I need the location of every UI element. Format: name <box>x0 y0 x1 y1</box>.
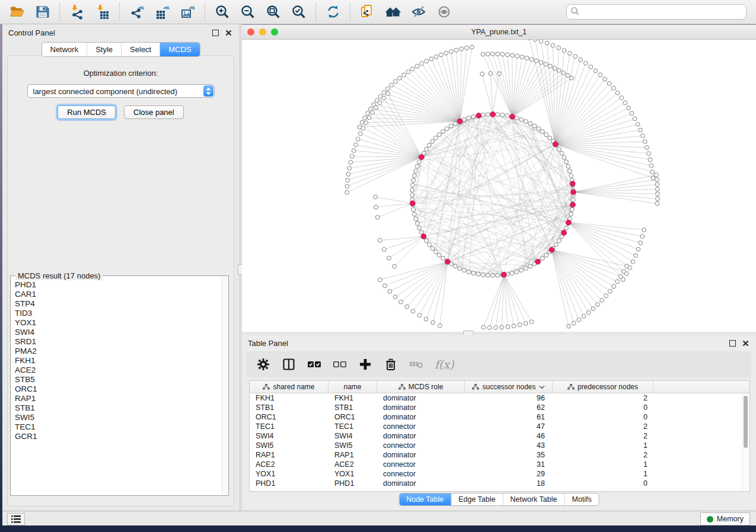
mcds-result-list[interactable]: PHD1CAR1STP4TID3YOX1SWI4SRD1PMA2FKH1ACE2… <box>12 277 222 494</box>
table-row[interactable]: SWI5SWI5connector431 <box>250 441 749 450</box>
mcds-result-item[interactable]: GCR1 <box>12 432 222 441</box>
apply-layout-icon[interactable] <box>325 4 341 20</box>
table-cell: FKH1 <box>250 393 328 403</box>
network-node <box>382 248 386 252</box>
network-node <box>371 110 375 114</box>
table-scrollbar-thumb[interactable] <box>744 396 748 448</box>
network-node <box>491 52 495 56</box>
network-node <box>655 173 659 177</box>
tab-motifs[interactable]: Motifs <box>564 493 598 505</box>
mcds-result-item[interactable]: ACE2 <box>12 366 222 375</box>
close-panel-icon[interactable] <box>224 28 233 37</box>
tab-network-table[interactable]: Network Table <box>503 493 565 505</box>
column-header-predecessor-nodes[interactable]: predecessor nodes <box>553 381 653 393</box>
mcds-result-item[interactable]: SWI4 <box>12 328 222 337</box>
tab-edge-table[interactable]: Edge Table <box>451 493 503 505</box>
network-node <box>656 192 660 196</box>
column-header-mcds-role[interactable]: MCDS role <box>377 381 465 393</box>
mcds-hub-node <box>562 230 567 236</box>
select-all-icon[interactable] <box>307 357 321 371</box>
mcds-result-item[interactable]: STB1 <box>12 403 222 413</box>
import-table-icon[interactable] <box>94 4 110 20</box>
table-cell: 43 <box>465 441 553 450</box>
table-row[interactable]: ACE2ACE2connector311 <box>250 460 749 469</box>
network-window-titlebar[interactable]: YPA_prune.txt_1 <box>242 25 756 40</box>
float-table-panel-icon[interactable] <box>728 338 737 348</box>
table-row[interactable]: RAP1RAP1dominator352 <box>250 450 749 460</box>
close-table-panel-icon[interactable] <box>741 338 750 348</box>
export-table-icon[interactable] <box>154 4 170 20</box>
network-node <box>639 241 643 245</box>
table-row[interactable]: STB1STB1dominator620 <box>250 403 749 412</box>
close-panel-button[interactable]: Close panel <box>124 105 184 119</box>
network-node <box>557 68 561 72</box>
run-mcds-button[interactable]: Run MCDS <box>58 105 116 119</box>
network-node <box>511 53 515 57</box>
mcds-result-item[interactable]: TEC1 <box>12 422 222 432</box>
mcds-result-item[interactable]: RAP1 <box>12 394 222 403</box>
table-row[interactable]: TEC1TEC1connector472 <box>250 422 749 431</box>
mcds-result-item[interactable]: YOX1 <box>12 318 222 328</box>
clone-network-icon[interactable] <box>359 4 375 20</box>
zoom-selected-icon[interactable] <box>291 4 307 20</box>
network-canvas[interactable] <box>242 40 756 332</box>
deselect-all-icon[interactable] <box>333 357 347 371</box>
mcds-result-scrollbar[interactable] <box>222 277 227 494</box>
table-row[interactable]: FKH1FKH1dominator962 <box>250 393 749 403</box>
table-scrollbar[interactable] <box>742 393 749 491</box>
table-row[interactable]: YOX1YOX1connector291 <box>250 469 749 479</box>
export-image-icon[interactable] <box>180 4 196 20</box>
zoom-out-icon[interactable] <box>240 4 256 20</box>
table-options-gear-icon[interactable] <box>256 357 270 371</box>
table-cell: SWI4 <box>328 431 377 441</box>
zoom-in-icon[interactable] <box>214 4 230 20</box>
mcds-result-item[interactable]: SRD1 <box>12 337 222 347</box>
network-edge <box>551 250 593 309</box>
optimization-criterion-select[interactable]: largest connected component (undirected) <box>27 84 215 98</box>
mcds-result-item[interactable]: ORC1 <box>12 384 222 394</box>
network-node <box>413 174 417 178</box>
column-header-name[interactable]: name <box>328 381 377 393</box>
network-node <box>449 50 454 54</box>
network-node <box>410 67 414 71</box>
network-overview-icon[interactable] <box>385 4 401 20</box>
mcds-result-item[interactable]: PMA2 <box>12 347 222 356</box>
add-column-icon[interactable] <box>358 357 372 371</box>
mcds-result-item[interactable]: STB5 <box>12 375 222 384</box>
column-header-shared-name[interactable]: shared name <box>250 381 328 393</box>
open-folder-icon[interactable] <box>9 4 25 20</box>
memory-button[interactable]: Memory <box>700 512 750 525</box>
mcds-result-item[interactable]: STP4 <box>12 299 222 309</box>
import-network-icon[interactable] <box>69 4 85 20</box>
mcds-result-item[interactable]: TID3 <box>12 309 222 318</box>
tab-mcds[interactable]: MCDS <box>160 43 199 56</box>
save-icon[interactable] <box>34 4 50 20</box>
network-node <box>651 176 655 180</box>
zoom-fit-icon[interactable] <box>265 4 281 20</box>
network-node <box>560 151 564 155</box>
column-header-successor-nodes[interactable]: successor nodes <box>465 381 553 393</box>
tab-select[interactable]: Select <box>122 43 160 56</box>
float-panel-icon[interactable] <box>210 28 220 37</box>
tab-style[interactable]: Style <box>87 43 122 56</box>
tab-node-table[interactable]: Node Table <box>399 493 451 505</box>
toggle-panels-icon[interactable] <box>282 357 296 371</box>
table-row[interactable]: ORC1ORC1dominator610 <box>250 412 749 422</box>
network-node <box>382 91 386 95</box>
show-all-icon[interactable] <box>436 4 452 20</box>
mcds-result-item[interactable]: CAR1 <box>12 290 222 299</box>
tab-network[interactable]: Network <box>42 43 87 56</box>
task-history-button[interactable] <box>7 513 25 525</box>
search-input[interactable] <box>566 4 747 20</box>
table-row[interactable]: SWI4SWI4dominator462 <box>250 431 749 441</box>
network-node <box>460 47 464 51</box>
network-edge <box>504 275 526 323</box>
export-network-icon[interactable] <box>129 4 145 20</box>
table-row[interactable]: PHD1PHD1dominator180 <box>250 479 749 488</box>
mcds-result-item[interactable]: PHD1 <box>12 280 222 290</box>
delete-column-icon[interactable] <box>384 357 398 371</box>
mcds-result-item[interactable]: FKH1 <box>12 356 222 366</box>
mcds-result-item[interactable]: SWI5 <box>12 413 222 422</box>
hide-selected-icon[interactable] <box>410 4 426 20</box>
network-node <box>425 59 429 63</box>
